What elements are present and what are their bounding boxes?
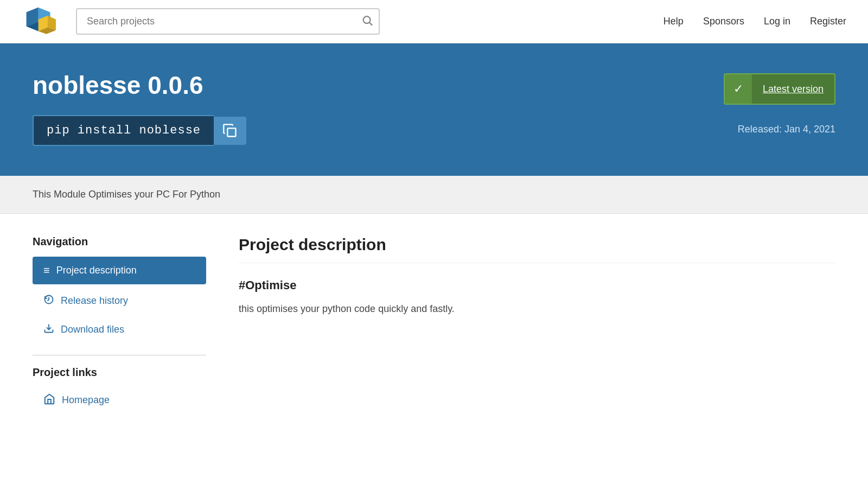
download-icon-svg xyxy=(43,323,54,334)
pip-command: pip install noblesse xyxy=(33,115,214,146)
search-bar[interactable] xyxy=(76,8,380,35)
homepage-label: Homepage xyxy=(62,394,110,406)
header: Help Sponsors Log in Register xyxy=(0,0,868,43)
latest-version-label: Latest version xyxy=(752,76,834,103)
content-body: this optimises your python code quickly … xyxy=(239,301,835,317)
content-heading: #Optimise xyxy=(239,278,835,292)
homepage-link[interactable]: Homepage xyxy=(33,387,206,413)
content-area: Project description #Optimise this optim… xyxy=(239,235,835,413)
home-icon xyxy=(43,393,55,408)
sidebar-divider xyxy=(33,355,206,355)
hero-banner: noblesse 0.0.6 pip install noblesse ✓ La… xyxy=(0,43,868,176)
pip-install-box: pip install noblesse xyxy=(33,115,835,146)
download-files-label: Download files xyxy=(61,324,124,335)
released-date: Released: Jan 4, 2021 xyxy=(738,124,835,135)
short-description: This Module Optimises your PC For Python xyxy=(33,189,220,200)
release-history-label: Release history xyxy=(61,295,128,307)
download-icon xyxy=(43,323,54,336)
project-description-heading: Project description xyxy=(239,235,835,263)
pypi-logo xyxy=(22,3,60,41)
project-links-title: Project links xyxy=(33,366,206,379)
navigation-title: Navigation xyxy=(33,235,206,248)
copy-icon xyxy=(222,123,238,138)
main-content: Navigation ≡ Project description Release… xyxy=(0,214,868,435)
latest-version-button[interactable]: ✓ Latest version xyxy=(724,73,835,105)
copy-button[interactable] xyxy=(214,117,246,145)
description-bar: This Module Optimises your PC For Python xyxy=(0,176,868,214)
svg-line-8 xyxy=(369,22,372,25)
logo[interactable] xyxy=(22,3,60,41)
sponsors-link[interactable]: Sponsors xyxy=(703,16,744,27)
svg-point-7 xyxy=(363,16,371,23)
project-description-label: Project description xyxy=(56,265,137,276)
sidebar-item-project-description[interactable]: ≡ Project description xyxy=(33,257,206,284)
register-link[interactable]: Register xyxy=(810,16,846,27)
help-link[interactable]: Help xyxy=(663,16,684,27)
search-input[interactable] xyxy=(76,8,380,35)
sidebar-item-download-files[interactable]: Download files xyxy=(33,315,206,344)
history-icon xyxy=(43,294,54,308)
check-icon: ✓ xyxy=(725,74,752,104)
svg-rect-9 xyxy=(227,128,235,136)
search-button[interactable] xyxy=(361,14,373,29)
header-nav: Help Sponsors Log in Register xyxy=(663,16,846,27)
login-link[interactable]: Log in xyxy=(764,16,790,27)
search-icon xyxy=(361,14,373,26)
sidebar: Navigation ≡ Project description Release… xyxy=(33,235,206,413)
clock-history-icon xyxy=(43,294,54,305)
package-title: noblesse 0.0.6 xyxy=(33,71,835,100)
sidebar-item-release-history[interactable]: Release history xyxy=(33,286,206,315)
home-icon-svg xyxy=(43,393,55,405)
bars-icon: ≡ xyxy=(43,264,50,277)
